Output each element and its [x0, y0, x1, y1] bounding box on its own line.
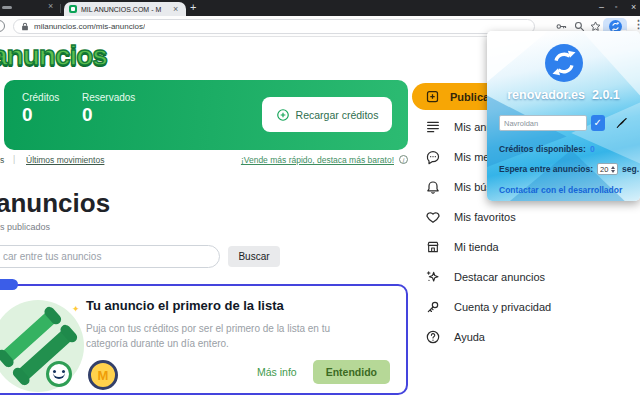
- window-maximize-button[interactable]: ▫: [615, 3, 617, 10]
- popup-title: renovador.es 2.0.1: [507, 88, 620, 102]
- popup-input-row: ✓: [487, 115, 640, 131]
- promo-actions: Más info Entendido: [257, 360, 390, 384]
- inactive-tab-close-icon[interactable]: ×: [48, 1, 53, 11]
- credits-value: 0: [22, 104, 33, 126]
- sidebar-item-label: Destacar anuncios: [454, 271, 545, 283]
- window-minimize-button[interactable]: –: [599, 2, 604, 12]
- tab-close-icon[interactable]: ×: [173, 5, 178, 14]
- wait-seconds-value: 20: [600, 165, 608, 174]
- extension-popup: renovador.es 2.0.1 ✓ Créditos disponible…: [487, 31, 640, 201]
- chat-bubble-icon: [425, 149, 441, 165]
- sync-logo-icon: [545, 44, 583, 82]
- coin-icon: M: [88, 360, 118, 390]
- sidebar-item-label: Ayuda: [454, 331, 485, 343]
- browser-menu-icon[interactable]: ⋮: [633, 18, 640, 31]
- recharge-button-label: Recargar créditos: [296, 109, 379, 121]
- understood-button[interactable]: Entendido: [313, 360, 390, 384]
- pen-icon[interactable]: [615, 115, 629, 131]
- confirm-check-button[interactable]: ✓: [591, 115, 605, 131]
- smiley-mouth: [53, 373, 65, 379]
- promo-card: M ✦ Tu anuncio el primero de la lista Pu…: [0, 284, 408, 395]
- site-favicon: [69, 5, 77, 13]
- sidebar-item-label: Mis favoritos: [454, 211, 516, 223]
- smiley-mascot-icon: [46, 361, 72, 387]
- sidebar-item-label: Cuenta y privacidad: [454, 301, 551, 313]
- recharge-credits-button[interactable]: Recargar créditos: [262, 97, 392, 132]
- contact-developer-link[interactable]: Contactar con el desarrollador: [487, 185, 640, 195]
- sell-faster-link[interactable]: ¡Vende más rápido, destaca más barato!: [241, 155, 394, 165]
- reload-icon[interactable]: [0, 20, 5, 32]
- bell-icon: [425, 179, 441, 195]
- popup-wait-label: Espera entre anuncios:: [499, 164, 593, 174]
- popup-text-input[interactable]: [499, 115, 587, 131]
- popup-wait-line: Espera entre anuncios: 20 seg.: [487, 163, 640, 175]
- more-info-link[interactable]: Más info: [257, 366, 297, 378]
- window-close-button[interactable]: ×: [631, 2, 636, 12]
- promo-body: Puja con tus créditos por ser el primero…: [86, 322, 364, 351]
- address-bar[interactable]: milanuncios.com/mis-anuncios/: [13, 19, 535, 34]
- sidebar-item-label: Mi tienda: [454, 241, 499, 253]
- sidebar-item-help[interactable]: Ayuda: [412, 322, 640, 352]
- search-input[interactable]: [0, 245, 220, 268]
- sparkle-icon: ✦: [72, 304, 80, 314]
- key-icon: [425, 299, 441, 315]
- promo-title: Tu anuncio el primero de la lista: [86, 298, 284, 313]
- milanuncios-logo[interactable]: anuncios: [0, 40, 107, 72]
- sidebar-item-my-store[interactable]: Mi tienda: [412, 232, 640, 262]
- page-title: anuncios: [0, 188, 110, 219]
- info-icon[interactable]: i: [399, 155, 408, 164]
- plus-square-icon: [425, 89, 440, 104]
- popup-credits-value: 0: [590, 144, 595, 154]
- reserved-value: 0: [82, 104, 93, 126]
- popup-version: 2.0.1: [592, 88, 620, 102]
- store-icon: [425, 239, 441, 255]
- heart-icon: [425, 209, 441, 225]
- popup-app-name: renovador.es: [507, 88, 585, 102]
- search-button[interactable]: Buscar: [228, 246, 280, 267]
- sparkles-icon: [425, 269, 441, 285]
- popup-wait-unit: seg.: [622, 164, 639, 174]
- left-link-fragment[interactable]: s: [0, 155, 4, 165]
- last-movements-link[interactable]: Últimos movimientos: [26, 155, 104, 165]
- active-tab[interactable]: MIL ANUNCIOS.COM - M ×: [64, 2, 186, 16]
- plus-circle-icon: [276, 108, 290, 122]
- tab-title: MIL ANUNCIOS.COM - M: [81, 6, 169, 13]
- help-icon: [425, 329, 441, 345]
- list-icon: [425, 119, 441, 135]
- reserved-label: Reservados: [82, 92, 135, 103]
- popup-credits-line: Créditos disponibles: 0: [487, 144, 640, 154]
- links-row: s | Últimos movimientos ¡Vende más rápid…: [0, 155, 408, 167]
- url-text: milanuncios.com/mis-anuncios/: [34, 22, 145, 31]
- sidebar-item-account-privacy[interactable]: Cuenta y privacidad: [412, 292, 640, 322]
- tab-separator: [60, 4, 61, 13]
- sidebar-item-my-favorites[interactable]: Mis favoritos: [412, 202, 640, 232]
- browser-window: × MIL ANUNCIOS.COM - M × + – ▫ × milanun…: [0, 0, 640, 400]
- credits-panel: Créditos 0 Reservados 0 Recargar crédito…: [4, 80, 408, 150]
- stepper-arrows-icon[interactable]: [611, 166, 615, 173]
- inactive-tab-fragment[interactable]: [2, 6, 12, 9]
- popup-credits-label: Créditos disponibles:: [499, 144, 586, 154]
- promo-corner-badge: [0, 279, 18, 290]
- links-divider: |: [13, 154, 15, 164]
- lock-icon: [21, 22, 29, 31]
- wait-seconds-stepper[interactable]: 20: [597, 163, 618, 175]
- sidebar-item-highlight-ads[interactable]: Destacar anuncios: [412, 262, 640, 292]
- tab-strip: × MIL ANUNCIOS.COM - M × + – ▫ ×: [0, 0, 640, 16]
- new-tab-button[interactable]: +: [190, 1, 196, 13]
- credits-label: Créditos: [22, 92, 59, 103]
- published-count-text: s publicados: [0, 222, 50, 232]
